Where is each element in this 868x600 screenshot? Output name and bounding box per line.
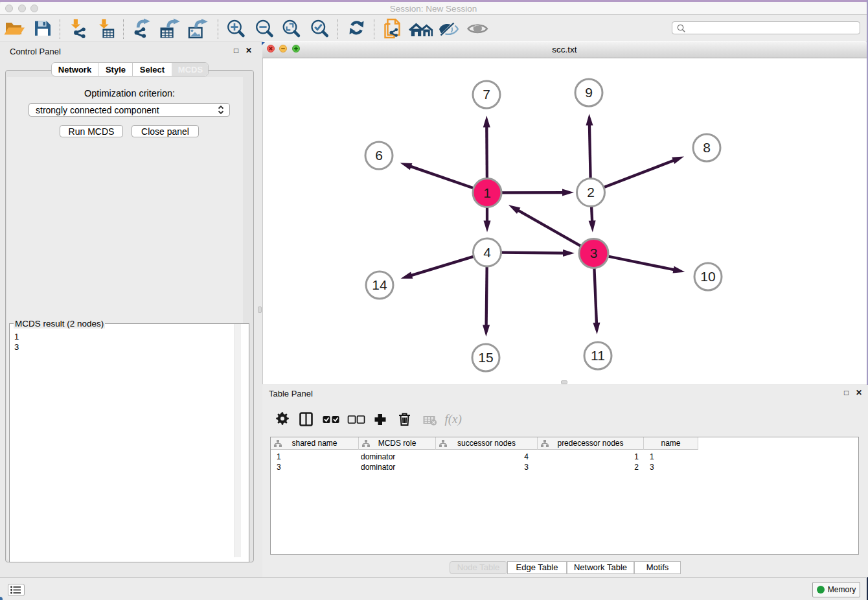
svg-text:6: 6: [375, 148, 383, 163]
svg-text:14: 14: [372, 277, 387, 292]
svg-text:7: 7: [483, 87, 490, 102]
svg-text:9: 9: [585, 85, 593, 100]
svg-text:15: 15: [478, 350, 493, 365]
svg-text:2: 2: [587, 185, 595, 200]
svg-text:4: 4: [483, 245, 491, 260]
svg-text:10: 10: [700, 269, 715, 284]
svg-text:11: 11: [591, 348, 605, 363]
svg-text:1: 1: [483, 185, 491, 200]
svg-text:3: 3: [590, 246, 598, 260]
svg-text:8: 8: [703, 140, 711, 155]
svg-text:f(x): f(x): [445, 412, 462, 426]
